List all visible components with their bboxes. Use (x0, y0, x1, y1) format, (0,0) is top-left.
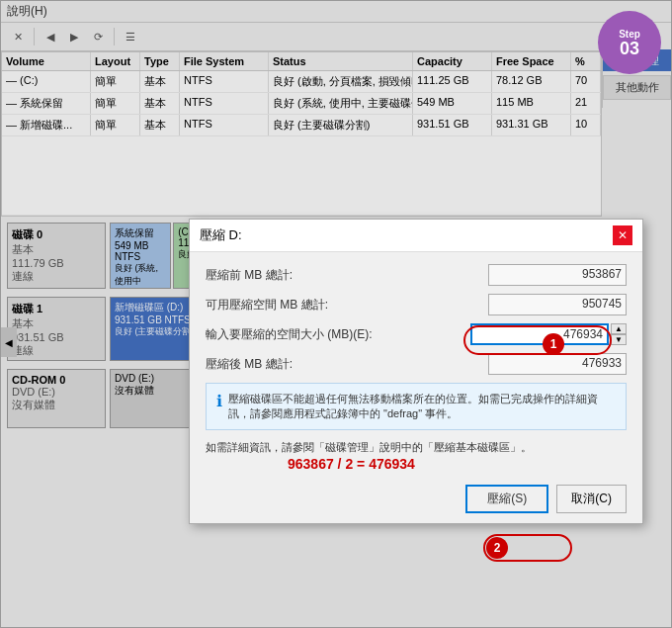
shrink-btn[interactable]: 壓縮(S) (465, 485, 548, 513)
spinner-up-btn[interactable]: ▲ (611, 323, 627, 334)
dialog-body: 壓縮前 MB 總計: 953867 可用壓縮空間 MB 總計: 950745 輸… (190, 252, 642, 479)
dialog-field-3: 壓縮後 MB 總計: 476933 (206, 353, 627, 375)
field-value-0: 953867 (488, 264, 627, 286)
badge-1: 1 (543, 333, 564, 355)
dialog-info-box: ℹ 壓縮磁碟區不能超過任何無法移動檔案所在的位置。如需已完成操作的詳細資訊，請參… (206, 383, 627, 430)
dialog-close-btn[interactable]: ✕ (613, 225, 632, 245)
dialog-titlebar: 壓縮 D: ✕ (190, 220, 642, 252)
spinner-buttons: ▲ ▼ (611, 323, 627, 345)
dialog-title: 壓縮 D: (200, 226, 242, 244)
step-badge: Step 03 (598, 11, 661, 74)
field-label-1: 可用壓縮空間 MB 總計: (206, 297, 488, 314)
badge-2: 2 (486, 537, 508, 559)
field-label-2: 輸入要壓縮的空間大小 (MB)(E): (206, 326, 470, 343)
dialog-info-text: 壓縮磁碟區不能超過任何無法移動檔案所在的位置。如需已完成操作的詳細資訊，請參閱應… (228, 392, 616, 421)
spinner-down-btn[interactable]: ▼ (611, 334, 627, 345)
field-label-3: 壓縮後 MB 總計: (206, 356, 488, 373)
info-icon: ℹ (216, 392, 222, 410)
field-value-1: 950745 (488, 294, 627, 315)
formula-annotation: 963867 / 2 = 476934 (288, 456, 415, 472)
shrink-dialog: 壓縮 D: ✕ 壓縮前 MB 總計: 953867 可用壓縮空間 MB 總計: … (189, 219, 643, 524)
step-number: 03 (620, 40, 639, 57)
main-window: Step 03 說明(H) ✕ ◀ ▶ ⟳ ☰ 磁碟管理 其他動作 Volume… (0, 0, 672, 628)
cancel-btn[interactable]: 取消(C) (556, 485, 627, 513)
dialog-footer: 壓縮(S) 取消(C) (190, 479, 642, 523)
dialog-help-text: 如需詳細資訊，請參閱「磁碟管理」說明中的「壓縮基本磁碟區」。 (206, 441, 532, 453)
input-highlight (463, 325, 612, 355)
dialog-help: 如需詳細資訊，請參閱「磁碟管理」說明中的「壓縮基本磁碟區」。 (206, 440, 627, 455)
dialog-field-0: 壓縮前 MB 總計: 953867 (206, 264, 627, 286)
step-label: Step (619, 29, 640, 40)
field-label-0: 壓縮前 MB 總計: (206, 267, 488, 284)
field-value-3: 476933 (488, 353, 627, 375)
dialog-field-1: 可用壓縮空間 MB 總計: 950745 (206, 294, 627, 315)
